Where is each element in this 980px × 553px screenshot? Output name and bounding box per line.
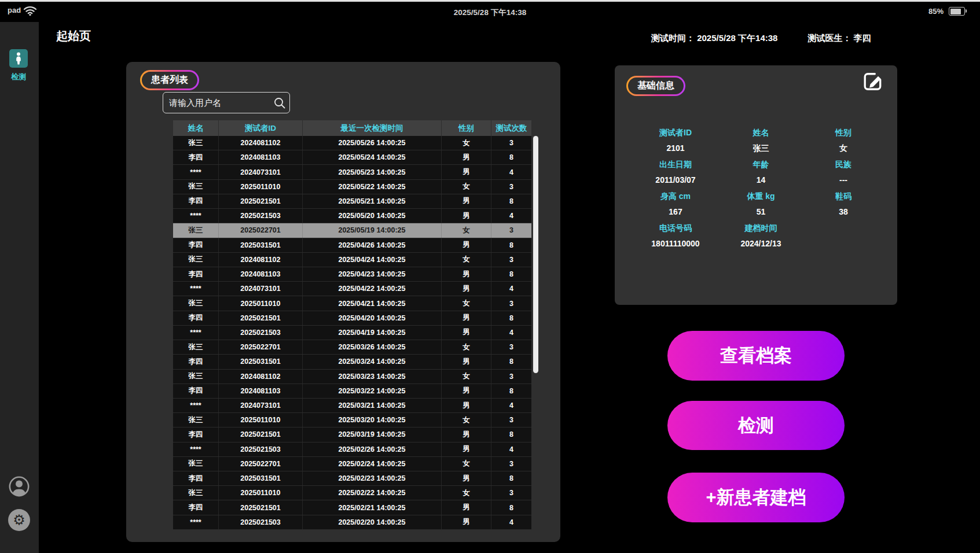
table-cell: 2025/02/26 14:00:25 bbox=[303, 443, 442, 456]
table-cell: 男 bbox=[442, 282, 491, 296]
view-archive-button[interactable]: 查看档案 bbox=[667, 331, 845, 381]
table-cell: 3 bbox=[491, 413, 531, 427]
table-cell: 3 bbox=[491, 223, 531, 237]
table-scrollbar[interactable] bbox=[533, 136, 538, 373]
table-row[interactable]: 张三20250227012025/05/19 14:00:25女3 bbox=[173, 223, 531, 238]
patient-table-header: 姓名测试者ID最近一次检测时间性别测试次数 bbox=[173, 120, 531, 136]
table-row[interactable]: 张三20250227012025/03/26 14:00:25女3 bbox=[173, 340, 531, 355]
table-cell: 李四 bbox=[173, 427, 219, 441]
basic-info-title-pill: 基础信息 bbox=[626, 76, 685, 96]
table-cell: 4 bbox=[491, 326, 531, 340]
info-field-value: --- bbox=[803, 175, 884, 185]
table-row[interactable]: ****20240731012025/04/22 14:00:25男4 bbox=[173, 282, 531, 296]
table-row[interactable]: 李四20240811032025/03/22 14:00:25男8 bbox=[173, 384, 531, 399]
table-cell: 2024073101 bbox=[219, 399, 303, 412]
table-cell: 2025/04/21 14:00:25 bbox=[303, 296, 442, 310]
table-cell: 李四 bbox=[173, 384, 219, 398]
table-row[interactable]: 张三20250227012025/02/24 14:00:25女3 bbox=[173, 457, 531, 471]
table-row[interactable]: 李四20250315012025/03/24 14:00:25男8 bbox=[173, 355, 531, 369]
table-cell: 4 bbox=[491, 165, 531, 179]
table-cell: 2025022701 bbox=[219, 223, 303, 237]
info-field: 年龄14 bbox=[728, 160, 794, 185]
info-row: 电话号码18011110000建档时间2024/12/13 bbox=[615, 223, 897, 252]
detect-button[interactable]: 检测 bbox=[667, 401, 845, 450]
gear-icon: ⚙ bbox=[8, 509, 30, 531]
table-row[interactable]: 李四20250215012025/03/19 14:00:25男8 bbox=[173, 427, 531, 442]
info-field-label: 民族 bbox=[803, 160, 884, 170]
search-icon[interactable] bbox=[273, 97, 286, 109]
table-row[interactable]: 张三20250110102025/05/22 14:00:25女3 bbox=[173, 180, 531, 194]
table-cell: 2025/03/26 14:00:25 bbox=[303, 340, 442, 354]
info-field-value: 2024/12/13 bbox=[728, 239, 794, 248]
table-row[interactable]: ****20240731012025/03/21 14:00:25男4 bbox=[173, 399, 531, 413]
user-circle-icon bbox=[8, 475, 30, 497]
user-profile-button[interactable] bbox=[8, 475, 30, 497]
table-cell: 张三 bbox=[173, 296, 219, 310]
table-row[interactable]: ****20250215032025/02/26 14:00:25男4 bbox=[173, 443, 531, 457]
table-cell: 8 bbox=[491, 355, 531, 368]
table-cell: 2025/03/19 14:00:25 bbox=[303, 427, 442, 441]
battery-percent: 85% bbox=[928, 7, 944, 16]
test-doctor: 测试医生： 李四 bbox=[808, 33, 871, 44]
info-field-value: 14 bbox=[728, 175, 794, 185]
info-field-label: 测试者ID bbox=[623, 128, 728, 138]
table-cell: 3 bbox=[491, 370, 531, 384]
table-row[interactable]: ****20240731012025/05/23 14:00:25男4 bbox=[173, 165, 531, 179]
table-cell: 男 bbox=[442, 165, 491, 179]
table-cell: 2025/05/24 14:00:25 bbox=[303, 150, 442, 164]
table-cell: **** bbox=[173, 515, 219, 529]
table-cell: 8 bbox=[491, 500, 531, 514]
table-row[interactable]: 张三20240811022025/03/23 14:00:25女3 bbox=[173, 370, 531, 384]
info-field: 出生日期2011/03/07 bbox=[623, 160, 728, 185]
table-row[interactable]: 张三20240811022025/05/26 14:00:25女3 bbox=[173, 136, 531, 150]
table-cell: 2025/04/23 14:00:25 bbox=[303, 267, 442, 281]
sidebar-item-detect[interactable] bbox=[9, 49, 28, 68]
info-field: 建档时间2024/12/13 bbox=[728, 223, 794, 248]
table-row[interactable]: 李四20250215012025/05/21 14:00:25男8 bbox=[173, 194, 531, 209]
search-input[interactable] bbox=[163, 92, 290, 113]
table-cell: 2025021503 bbox=[219, 443, 303, 456]
table-cell: 2025/03/21 14:00:25 bbox=[303, 399, 442, 412]
table-row[interactable]: 张三20250110102025/02/22 14:00:25女3 bbox=[173, 486, 531, 500]
table-row[interactable]: 张三20250110102025/03/20 14:00:25女3 bbox=[173, 413, 531, 427]
table-row[interactable]: ****20250215032025/02/20 14:00:25男4 bbox=[173, 515, 531, 530]
column-header: 最近一次检测时间 bbox=[303, 120, 442, 136]
table-cell: 张三 bbox=[173, 486, 219, 500]
table-cell: 2025/03/22 14:00:25 bbox=[303, 384, 442, 398]
table-row[interactable]: 张三20240811022025/04/24 14:00:25女3 bbox=[173, 253, 531, 267]
table-cell: 4 bbox=[491, 515, 531, 529]
table-row[interactable]: 李四20250315012025/04/26 14:00:25男8 bbox=[173, 238, 531, 253]
table-cell: 4 bbox=[491, 282, 531, 296]
info-row: 身高 cm167体重 kg51鞋码38 bbox=[615, 191, 897, 220]
table-row[interactable]: ****20250215032025/05/20 14:00:25男4 bbox=[173, 209, 531, 223]
info-field-label: 年龄 bbox=[728, 160, 794, 170]
table-row[interactable]: ****20250215032025/04/19 14:00:25男4 bbox=[173, 326, 531, 340]
table-cell: 8 bbox=[491, 150, 531, 164]
table-cell: 李四 bbox=[173, 471, 219, 485]
table-cell: 3 bbox=[491, 457, 531, 471]
table-cell: 2025/04/26 14:00:25 bbox=[303, 238, 442, 252]
table-row[interactable]: 李四20250315012025/02/23 14:00:25男8 bbox=[173, 471, 531, 486]
table-row[interactable]: 李四20250215012025/02/21 14:00:25男8 bbox=[173, 500, 531, 515]
table-cell: 8 bbox=[491, 471, 531, 485]
table-cell: 2025011010 bbox=[219, 486, 303, 500]
table-row[interactable]: 张三20250110102025/04/21 14:00:25女3 bbox=[173, 296, 531, 311]
info-field: 鞋码38 bbox=[803, 191, 884, 216]
info-field-label: 电话号码 bbox=[623, 223, 728, 234]
settings-button[interactable]: ⚙ bbox=[8, 509, 30, 531]
table-row[interactable]: 李四20240811032025/04/23 14:00:25男8 bbox=[173, 267, 531, 282]
table-row[interactable]: 李四20240811032025/05/24 14:00:25男8 bbox=[173, 150, 531, 165]
table-row[interactable]: 李四20250215012025/04/20 14:00:25男8 bbox=[173, 311, 531, 326]
table-cell: 2024081103 bbox=[219, 384, 303, 398]
table-cell: 2025022701 bbox=[219, 340, 303, 354]
table-cell: 2025021503 bbox=[219, 209, 303, 223]
table-cell: 女 bbox=[442, 296, 491, 310]
table-cell: 2024081102 bbox=[219, 253, 303, 267]
new-patient-button[interactable]: +新患者建档 bbox=[667, 473, 845, 522]
edit-profile-button[interactable] bbox=[860, 69, 886, 94]
column-header: 测试者ID bbox=[219, 120, 303, 136]
table-cell: 李四 bbox=[173, 311, 219, 325]
app-screen: pad 2025/5/28 下午14:38 85% 检测 bbox=[0, 0, 980, 553]
table-cell: 2025021501 bbox=[219, 311, 303, 325]
info-field-label: 体重 kg bbox=[728, 191, 794, 202]
